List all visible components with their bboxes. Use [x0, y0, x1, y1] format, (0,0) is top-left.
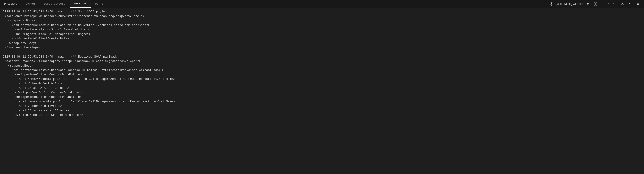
chevron-up-button[interactable]: [619, 1, 626, 7]
terminal-line: </ns1:perfmonCollectCounterDataReturn>: [3, 90, 641, 95]
tab-debug-console[interactable]: DEBUG CONSOLE: [40, 0, 70, 8]
terminal-line: <ns1:CStatus>1</ns1:CStatus>: [3, 108, 641, 113]
terminal-line: </soap-env:Envelope>: [3, 45, 641, 50]
add-terminal-button[interactable]: +: [584, 1, 591, 7]
terminal-line: <soap-env:Envelope xmlns:soap-env="http:…: [3, 14, 641, 19]
terminal-line: </ns0:perfmonCollectCounterData>: [3, 36, 641, 41]
terminal-line: <ns1:Value>0</ns1:Value>: [3, 104, 641, 108]
terminal-line: <ns1:perfmonCollectCounterDataReturn>: [3, 73, 641, 77]
terminal-line: </ns1:perfmonCollectCounterDataReturn>: [3, 113, 641, 117]
active-terminal-label: Python Debug Console: [555, 2, 583, 6]
terminal-line: <ns1:Name>\\cucm1a.pod31.col.lab\Cisco C…: [3, 99, 641, 104]
chevron-down-button[interactable]: [627, 1, 634, 7]
tab-bar: PROBLEMS OUTPUT DEBUG CONSOLE TERMINAL P…: [0, 0, 644, 8]
active-terminal-info: Python Debug Console: [550, 2, 583, 6]
svg-rect-7: [596, 3, 597, 5]
terminal-line: <ns1:CStatus>1</ns1:CStatus>: [3, 86, 641, 90]
toolbar-separator: [617, 2, 617, 6]
more-options-button[interactable]: ···: [608, 1, 614, 7]
terminal-line: <ns1:Name>\\cucm1a.pod31.col.lab\Cisco C…: [3, 77, 641, 81]
terminal-line: <ns1:Value>0</ns1:Value>: [3, 81, 641, 86]
tab-problems[interactable]: PROBLEMS: [0, 0, 22, 8]
terminal-line: 2025-02-06 11:52:53,983 INFO __main__ **…: [3, 10, 641, 14]
terminal-line: </soap-env:Body>: [3, 41, 641, 46]
svg-rect-6: [594, 3, 595, 5]
terminal-line: <ns0:Host>cucm1a.pod31.col.lab</ns0:Host…: [3, 27, 641, 32]
terminal-line: <ns0:Object>Cisco CallManager</ns0:Objec…: [3, 32, 641, 37]
tab-ports[interactable]: PORTS: [91, 0, 108, 8]
tab-terminal[interactable]: TERMINAL: [70, 0, 91, 8]
terminal-line: <soapenv:Body>: [3, 64, 641, 68]
terminal-line: 2025-02-06 11:52:53,984 INFO __main__ **…: [3, 55, 641, 59]
terminal-line: <soapenv:Envelope xmlns:soapenv="http://…: [3, 59, 641, 64]
terminal-toolbar: Python Debug Console + ···: [550, 1, 644, 7]
close-panel-button[interactable]: [635, 1, 641, 7]
tab-output[interactable]: OUTPUT: [22, 0, 40, 8]
terminal-line: [3, 50, 641, 55]
terminal-line: <ns1:perfmonCollectCounterDataReturn>: [3, 95, 641, 99]
terminal-line: <soap-env:Body>: [3, 19, 641, 23]
debug-console-icon: [550, 2, 554, 6]
terminal-line: <ns0:perfmonCollectCounterData xmlns:ns0…: [3, 23, 641, 28]
terminal-line: <ns1:perfmonCollectCounterDataResponse x…: [3, 68, 641, 73]
terminal-content: 2025-02-06 11:52:53,983 INFO __main__ **…: [0, 8, 644, 174]
delete-terminal-button[interactable]: [600, 1, 606, 7]
split-terminal-button[interactable]: [592, 1, 599, 7]
svg-point-1: [551, 4, 552, 5]
